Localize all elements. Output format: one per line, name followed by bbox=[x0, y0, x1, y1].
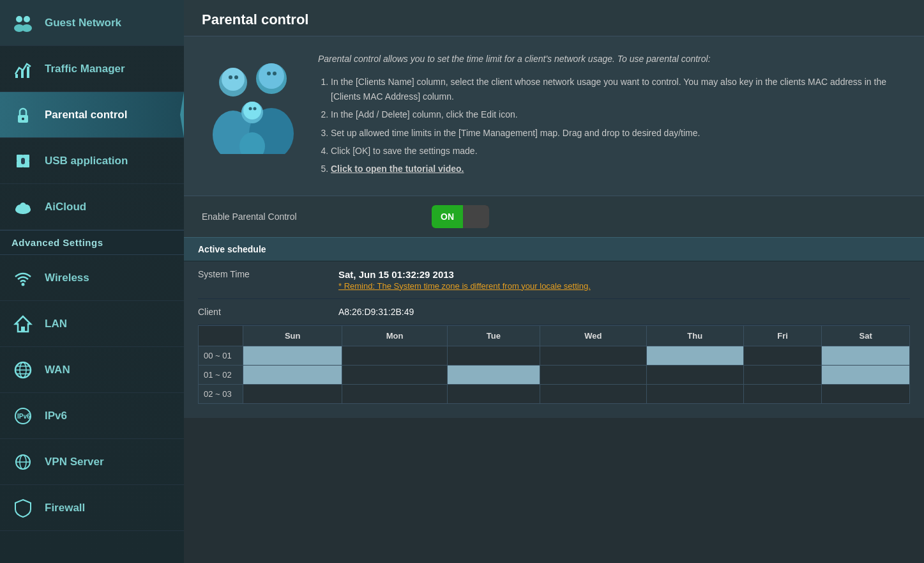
sidebar-label-usb-application: USB application bbox=[45, 155, 128, 167]
lock-icon bbox=[11, 104, 34, 127]
schedule-cell-1-5[interactable] bbox=[743, 365, 822, 384]
sidebar-advanced-items: Wireless LAN WAN IPv6 IPv6 VPN Server Fi… bbox=[0, 255, 184, 531]
sidebar-label-guest-network: Guest Network bbox=[45, 17, 121, 29]
sidebar-label-traffic-manager: Traffic Manager bbox=[45, 63, 125, 75]
svg-point-45 bbox=[254, 107, 257, 111]
sidebar-item-aicloud[interactable]: AiCloud bbox=[0, 184, 184, 230]
sidebar-label-parental-control: Parental control bbox=[45, 109, 127, 121]
svg-point-18 bbox=[22, 282, 25, 286]
schedule-cell-0-6[interactable] bbox=[822, 346, 910, 365]
svg-rect-4 bbox=[15, 74, 18, 78]
sidebar-item-wireless[interactable]: Wireless bbox=[0, 255, 184, 301]
sidebar-item-parental-control[interactable]: Parental control bbox=[0, 92, 184, 138]
svg-rect-5 bbox=[21, 70, 24, 78]
system-time-label: System Time bbox=[198, 269, 338, 279]
sidebar-item-traffic-manager[interactable]: Traffic Manager bbox=[0, 46, 184, 92]
family-illustration bbox=[204, 52, 300, 154]
schedule-cell-1-6[interactable] bbox=[822, 365, 910, 384]
time-label-1: 01 ~ 02 bbox=[199, 365, 243, 384]
svg-point-3 bbox=[22, 24, 32, 32]
schedule-cell-2-3[interactable] bbox=[540, 384, 646, 403]
info-grid: System Time Sat, Jun 15 01:32:29 2013 * … bbox=[184, 261, 924, 325]
schedule-cell-2-0[interactable] bbox=[243, 384, 342, 403]
schedule-day-sun: Sun bbox=[243, 325, 342, 346]
schedule-cell-1-0[interactable] bbox=[243, 365, 342, 384]
system-time-value: Sat, Jun 15 01:32:29 2013 * Remind: The … bbox=[338, 269, 591, 291]
sidebar-item-ipv6[interactable]: IPv6 IPv6 bbox=[0, 393, 184, 439]
schedule-cell-0-1[interactable] bbox=[342, 346, 447, 365]
schedule-cell-0-0[interactable] bbox=[243, 346, 342, 365]
svg-point-33 bbox=[222, 68, 245, 91]
intro-step-2: In the [Add / Delete] column, click the … bbox=[331, 107, 904, 121]
svg-rect-13 bbox=[21, 158, 25, 164]
schedule-day-wed: Wed bbox=[540, 325, 646, 346]
svg-rect-20 bbox=[21, 327, 25, 332]
sidebar-item-lan[interactable]: LAN bbox=[0, 301, 184, 347]
toggle-switch[interactable]: ON bbox=[432, 205, 489, 228]
schedule-cell-1-4[interactable] bbox=[646, 365, 743, 384]
schedule-cell-0-4[interactable] bbox=[646, 346, 743, 365]
intro-steps-list: In the [Clients Name] column, select the… bbox=[318, 75, 904, 176]
shield-icon bbox=[11, 497, 34, 520]
sidebar-label-aicloud: AiCloud bbox=[45, 201, 86, 213]
home-icon bbox=[11, 312, 34, 335]
schedule-cell-0-5[interactable] bbox=[743, 346, 822, 365]
client-label: Client bbox=[198, 307, 338, 317]
svg-point-40 bbox=[229, 75, 232, 79]
system-time-row: System Time Sat, Jun 15 01:32:29 2013 * … bbox=[198, 261, 910, 299]
intro-text: Parental control allows you to set the t… bbox=[318, 52, 904, 180]
remind-link[interactable]: * Remind: The System time zone is differ… bbox=[338, 281, 591, 291]
schedule-table-wrapper: SunMonTueWedThuFriSat 00 ~ 0101 ~ 0202 ~… bbox=[184, 325, 924, 418]
svg-point-17 bbox=[20, 203, 26, 209]
time-label-0: 00 ~ 01 bbox=[199, 346, 243, 365]
schedule-cell-1-3[interactable] bbox=[540, 365, 646, 384]
tutorial-link[interactable]: Click to open the tutorial video. bbox=[331, 164, 464, 174]
schedule-day-thu: Thu bbox=[646, 325, 743, 346]
schedule-cell-2-4[interactable] bbox=[646, 384, 743, 403]
schedule-cell-0-2[interactable] bbox=[447, 346, 540, 365]
intro-step-5: Click to open the tutorial video. bbox=[331, 162, 904, 176]
schedule-cell-2-1[interactable] bbox=[342, 384, 447, 403]
system-time-text: Sat, Jun 15 01:32:29 2013 bbox=[338, 269, 454, 280]
sidebar-main-items: Guest Network Traffic Manager Parental c… bbox=[0, 0, 184, 230]
advanced-settings-header: Advanced Settings bbox=[0, 230, 184, 255]
svg-point-39 bbox=[243, 102, 261, 120]
sidebar-label-wan: WAN bbox=[45, 364, 70, 376]
sidebar-item-usb-application[interactable]: USB application bbox=[0, 138, 184, 184]
toggle-on-label: ON bbox=[432, 205, 463, 228]
schedule-cell-1-1[interactable] bbox=[342, 365, 447, 384]
svg-point-0 bbox=[16, 16, 22, 22]
schedule-day-tue: Tue bbox=[447, 325, 540, 346]
schedule-cell-2-6[interactable] bbox=[822, 384, 910, 403]
sidebar-item-firewall[interactable]: Firewall bbox=[0, 485, 184, 531]
client-value: A8:26:D9:31:2B:49 bbox=[338, 307, 414, 317]
schedule-table: SunMonTueWedThuFriSat 00 ~ 0101 ~ 0202 ~… bbox=[198, 325, 910, 404]
globe-icon bbox=[11, 359, 34, 382]
people-icon bbox=[11, 12, 34, 35]
page-title-bar: Parental control bbox=[184, 0, 924, 36]
schedule-cell-2-2[interactable] bbox=[447, 384, 540, 403]
enable-label: Enable Parental Control bbox=[202, 212, 432, 222]
svg-rect-6 bbox=[27, 66, 29, 78]
intro-step-4: Click [OK] to save the settings made. bbox=[331, 144, 904, 158]
sidebar-item-vpn-server[interactable]: VPN Server bbox=[0, 439, 184, 485]
sidebar-item-guest-network[interactable]: Guest Network bbox=[0, 0, 184, 46]
advanced-settings-label: Advanced Settings bbox=[11, 237, 103, 248]
sidebar-item-wan[interactable]: WAN bbox=[0, 347, 184, 393]
chart-icon bbox=[11, 58, 34, 81]
svg-point-36 bbox=[259, 63, 284, 89]
schedule-row: 01 ~ 02 bbox=[199, 365, 910, 384]
svg-point-41 bbox=[234, 75, 238, 79]
svg-text:IPv6: IPv6 bbox=[17, 413, 31, 420]
time-label-2: 02 ~ 03 bbox=[199, 384, 243, 403]
schedule-header-time bbox=[199, 325, 243, 346]
svg-point-8 bbox=[22, 118, 24, 120]
svg-point-44 bbox=[249, 107, 252, 111]
schedule-cell-2-5[interactable] bbox=[743, 384, 822, 403]
sidebar-label-wireless: Wireless bbox=[45, 272, 89, 284]
schedule-cell-1-2[interactable] bbox=[447, 365, 540, 384]
main-content: Parental control bbox=[184, 0, 924, 563]
intro-description: Parental control allows you to set the t… bbox=[318, 52, 904, 66]
schedule-cell-0-3[interactable] bbox=[540, 346, 646, 365]
intro-image bbox=[204, 52, 300, 154]
